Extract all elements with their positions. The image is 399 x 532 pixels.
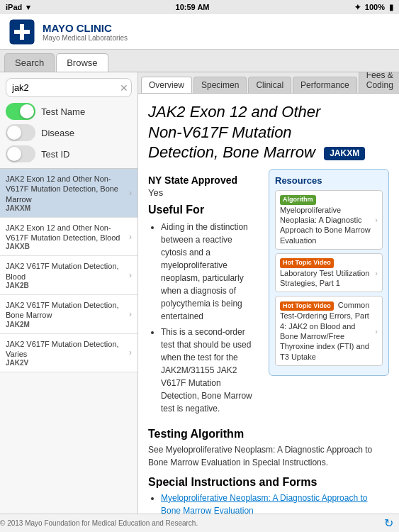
list-item[interactable]: JAK2 V617F Mutation Detection, Varies JA… — [0, 334, 137, 373]
footer: © 2013 Mayo Foundation for Medical Educa… — [0, 514, 399, 532]
test-name-toggle[interactable] — [6, 103, 35, 120]
video-badge: Hot Topic Video — [280, 258, 334, 268]
chevron-right-icon: › — [129, 270, 132, 280]
state-approved-label: NY State Approved — [148, 174, 260, 186]
filter-disease[interactable]: Disease — [6, 124, 132, 141]
useful-for-title: Useful For — [148, 204, 260, 216]
resources-box: Resources Algorithm Myeloproliferative N… — [269, 169, 389, 376]
filter-list: Test Name Disease Test ID — [0, 103, 137, 168]
sidebar: ✕ Test Name Disease Test ID — [0, 72, 138, 514]
search-box: ✕ — [6, 78, 132, 97]
toggle-knob — [7, 126, 21, 140]
header: MAYO CLINIC Mayo Medical Laboratories — [0, 14, 399, 50]
chevron-right-icon: › — [129, 348, 132, 358]
test-id-label: Test ID — [41, 149, 69, 160]
special-instructions-link-item: Myeloproliferative Neoplasm: A Diagnosti… — [161, 492, 389, 514]
search-input[interactable] — [6, 78, 132, 97]
video-badge: Hot Topic Video — [280, 301, 334, 311]
wifi-icon: ▾ — [26, 3, 30, 12]
tab-performance[interactable]: Performance — [293, 77, 357, 93]
useful-for-list: Aiding in the distinction between a reac… — [148, 221, 260, 415]
special-instructions-section: Special Instructions and Forms Myeloprol… — [148, 476, 389, 514]
result-list: JAK2 Exon 12 and Other Non-V617F Mutatio… — [0, 168, 137, 514]
tab-fees-coding[interactable]: Fees & Coding — [359, 72, 399, 93]
device-label: iPad — [6, 3, 22, 11]
tab-specimen[interactable]: Specimen — [193, 77, 247, 93]
tab-search[interactable]: Search — [4, 53, 55, 72]
battery-icon: ▮ — [389, 3, 393, 12]
testing-algorithm-text: See Myeloproliferative Neoplasm: A Diagn… — [148, 443, 389, 469]
algorithm-badge: Algorithm — [280, 195, 316, 205]
test-id-toggle[interactable] — [6, 145, 35, 162]
svg-rect-2 — [14, 30, 30, 34]
testing-algorithm-section: Testing Algorithm See Myeloproliferative… — [148, 428, 389, 469]
time-display: 10:59 AM — [176, 3, 210, 11]
content-area: Overview Specimen Clinical Performance F… — [138, 72, 399, 514]
chevron-right-icon: › — [129, 309, 132, 319]
resource-item[interactable]: Hot Topic Video Common Test-Ordering Err… — [275, 296, 383, 365]
filter-test-name[interactable]: Test Name — [6, 103, 132, 120]
footer-text: © 2013 Mayo Foundation for Medical Educa… — [0, 519, 198, 527]
resources-title: Resources — [275, 175, 383, 186]
logo-text: MAYO CLINIC Mayo Medical Laboratories — [43, 22, 128, 42]
testing-algorithm-title: Testing Algorithm — [148, 428, 389, 440]
mayo-logo-icon — [9, 18, 35, 45]
list-item[interactable]: JAK2 Exon 12 and Other Non-V617F Mutatio… — [0, 218, 137, 257]
useful-for-item: This is a second-order test that should … — [161, 326, 260, 415]
clinic-sub: Mayo Medical Laboratories — [43, 34, 128, 42]
toggle-knob — [20, 104, 34, 118]
refresh-icon[interactable]: ↻ — [384, 516, 393, 530]
status-bar: iPad ▾ 10:59 AM ✦ 100% ▮ — [0, 0, 399, 14]
resource-item[interactable]: Algorithm Myeloproliferative Neoplasia: … — [275, 190, 383, 250]
list-item[interactable]: JAK2 Exon 12 and Other Non-V617F Mutatio… — [0, 169, 137, 218]
toggle-knob — [7, 147, 21, 161]
chevron-right-icon: › — [375, 269, 378, 277]
resources-col: Resources Algorithm Myeloproliferative N… — [269, 169, 389, 421]
test-name-label: Test Name — [41, 106, 85, 117]
list-item[interactable]: JAK2 V617F Mutation Detection, Bone Marr… — [0, 295, 137, 334]
special-link-1[interactable]: Myeloproliferative Neoplasm: A Diagnosti… — [161, 493, 368, 514]
title-badge: JAKXM — [324, 147, 365, 161]
resource-item[interactable]: Hot Topic Video Laboratory Test Utilizat… — [275, 253, 383, 293]
content-body: JAK2 Exon 12 and Other Non-V617F Mutatio… — [138, 94, 399, 514]
disease-toggle[interactable] — [6, 124, 35, 141]
top-nav: Search Browse — [0, 50, 399, 72]
list-item[interactable]: JAK2 V617F Mutation Detection, Blood JAK… — [0, 256, 137, 295]
content-tabs: Overview Specimen Clinical Performance F… — [138, 72, 399, 94]
tab-browse[interactable]: Browse — [56, 53, 108, 72]
special-instructions-list: Myeloproliferative Neoplasm: A Diagnosti… — [148, 492, 389, 514]
overview-two-col: NY State Approved Yes Useful For Aiding … — [148, 169, 389, 421]
tab-clinical[interactable]: Clinical — [248, 77, 291, 93]
chevron-right-icon: › — [129, 232, 132, 242]
chevron-right-icon: › — [375, 327, 378, 336]
chevron-right-icon: › — [129, 188, 132, 198]
tab-overview[interactable]: Overview — [141, 77, 192, 93]
chevron-right-icon: › — [375, 216, 378, 224]
clear-button[interactable]: ✕ — [120, 82, 128, 94]
useful-for-item: Aiding in the distinction between a reac… — [161, 221, 260, 323]
disease-label: Disease — [41, 128, 74, 138]
special-instructions-title: Special Instructions and Forms — [148, 476, 389, 489]
main-col: NY State Approved Yes Useful For Aiding … — [148, 169, 260, 421]
battery-label: 100% — [365, 3, 385, 11]
page-title: JAK2 Exon 12 and Other Non-V617F Mutatio… — [148, 102, 389, 163]
filter-test-id[interactable]: Test ID — [6, 145, 132, 162]
clinic-name: MAYO CLINIC — [43, 22, 128, 34]
bluetooth-icon: ✦ — [354, 3, 361, 12]
main-layout: ✕ Test Name Disease Test ID — [0, 72, 399, 514]
state-approved-value: Yes — [148, 187, 260, 198]
